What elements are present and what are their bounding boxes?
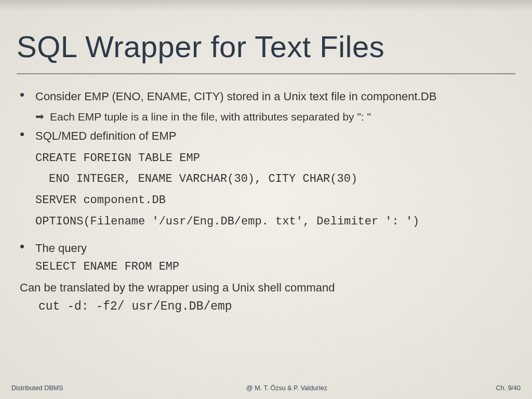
code-line: SERVER component.DB: [35, 190, 515, 211]
slide-title: SQL Wrapper for Text Files: [17, 29, 515, 64]
shell-command: cut -d: -f2/ usr/Eng.DB/emp: [38, 299, 515, 315]
footer-center: @ M. T. Özsu & P. Valduriez: [115, 384, 458, 392]
bullet-1-sub-text: Each EMP tuple is a line in the file, wi…: [50, 110, 371, 124]
bullet-dot-icon: •: [20, 128, 35, 140]
bullet-2: • SQL/MED definition of EMP: [20, 128, 515, 144]
translation-text: Can be translated by the wrapper using a…: [20, 280, 515, 296]
footer: Distributed DBMS @ M. T. Özsu & P. Valdu…: [0, 384, 532, 392]
bullet-3-text: The query: [35, 241, 515, 256]
footer-left: Distributed DBMS: [11, 384, 115, 392]
bullet-1-text: Consider EMP (ENO, ENAME, CITY) stored i…: [35, 89, 515, 104]
arrow-icon: ➡: [35, 110, 50, 124]
slide: SQL Wrapper for Text Files • Consider EM…: [0, 0, 532, 399]
code-line: CREATE FOREIGN TABLE EMP: [35, 148, 515, 169]
code-line: ENO INTEGER, ENAME VARCHAR(30), CITY CHA…: [35, 169, 515, 190]
title-rule: [17, 73, 515, 74]
bullet-3: • The query: [20, 241, 515, 256]
bullet-1: • Consider EMP (ENO, ENAME, CITY) stored…: [20, 89, 515, 104]
bullet-2-text: SQL/MED definition of EMP: [35, 128, 515, 144]
slide-content: • Consider EMP (ENO, ENAME, CITY) stored…: [17, 89, 515, 315]
code-line: OPTIONS(Filename '/usr/Eng.DB/emp. txt',…: [35, 211, 515, 233]
bullet-1-sub: ➡ Each EMP tuple is a line in the file, …: [35, 110, 515, 124]
footer-right: Ch. 9/40: [458, 384, 521, 392]
sql-definition: CREATE FOREIGN TABLE EMP ENO INTEGER, EN…: [35, 148, 515, 233]
sql-query: SELECT ENAME FROM EMP: [35, 259, 515, 275]
bullet-dot-icon: •: [20, 241, 35, 252]
bullet-dot-icon: •: [20, 89, 35, 100]
